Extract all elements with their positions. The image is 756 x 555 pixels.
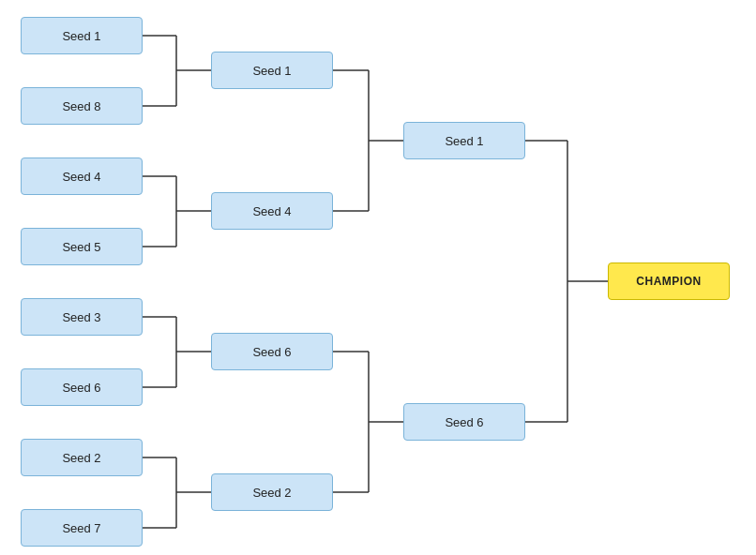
seed-6-r1[interactable]: Seed 6 [21,368,143,406]
champion-box[interactable]: CHAMPION [608,262,730,300]
seed-5-r1[interactable]: Seed 5 [21,228,143,265]
seed-6-r3[interactable]: Seed 6 [403,403,525,441]
bracket-container: Seed 1 Seed 8 Seed 4 Seed 5 Seed 3 Seed … [0,0,756,555]
seed-8-r1[interactable]: Seed 8 [21,87,143,125]
seed-7-r1[interactable]: Seed 7 [21,509,143,547]
seed-1-r3[interactable]: Seed 1 [403,122,525,159]
seed-4-r1[interactable]: Seed 4 [21,158,143,195]
seed-2-r1[interactable]: Seed 2 [21,439,143,476]
seed-3-r1[interactable]: Seed 3 [21,298,143,336]
seed-1-r2[interactable]: Seed 1 [211,52,333,89]
seed-6-r2[interactable]: Seed 6 [211,333,333,370]
seed-4-r2[interactable]: Seed 4 [211,192,333,230]
seed-2-r2[interactable]: Seed 2 [211,473,333,511]
seed-1-r1[interactable]: Seed 1 [21,17,143,54]
